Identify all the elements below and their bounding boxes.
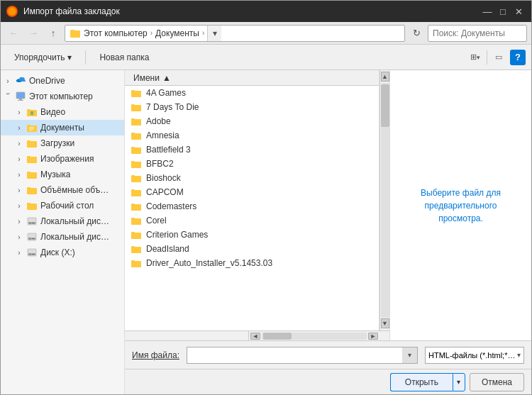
search-input[interactable] <box>433 28 532 38</box>
svg-rect-21 <box>27 187 31 189</box>
scroll-up-button[interactable]: ▲ <box>381 72 389 82</box>
filename-dropdown-button[interactable]: ▾ <box>402 347 418 364</box>
breadcrumb-arrow-2: › <box>202 29 204 37</box>
nav-bar: ← → ↑ Этот компьютер › Документы › ▾ ↻ 🔍 <box>1 22 531 45</box>
file-item-3[interactable]: Amnesia <box>125 128 379 143</box>
svg-rect-3 <box>17 93 24 98</box>
minimize-button[interactable]: — <box>480 4 494 18</box>
folder-icon-1 <box>131 101 142 113</box>
filename-label: Имя файла: <box>132 350 179 360</box>
sidebar-item-downloads[interactable]: › Загрузки <box>1 135 124 151</box>
expand-arrow-music: › <box>15 171 23 179</box>
scroll-left-button[interactable]: ◄ <box>250 333 260 340</box>
file-item-5[interactable]: BFBC2 <box>125 157 379 171</box>
sidebar-item-music[interactable]: › Музыка <box>1 167 124 182</box>
file-item-6[interactable]: Bioshock <box>125 171 379 185</box>
address-bar: Этот компьютер › Документы › ▾ <box>65 25 405 42</box>
toolbar-separator-2 <box>487 50 487 65</box>
cancel-button[interactable]: Отмена <box>470 373 524 391</box>
sidebar-item-drive-x[interactable]: › Диск (X:) <box>1 245 124 260</box>
file-item-1[interactable]: 7 Days To Die <box>125 100 379 114</box>
preview-pane: Выберите файл для предварительного просм… <box>389 70 531 340</box>
file-list-scroll-area: Имени ▲ 4A Games <box>125 70 389 330</box>
back-button[interactable]: ← <box>5 25 22 42</box>
breadcrumb-item-documents[interactable]: Документы <box>155 28 199 38</box>
filetype-arrow-icon: ▾ <box>517 351 521 359</box>
up-button[interactable]: ↑ <box>45 25 62 42</box>
file-item-4[interactable]: Battlefield 3 <box>125 143 379 157</box>
sidebar-item-onedrive[interactable]: › OneDrive <box>1 73 124 89</box>
svg-rect-10 <box>27 125 31 127</box>
sidebar-label-desktop: Рабочий стол <box>40 201 94 211</box>
sidebar-item-documents[interactable]: › Документы <box>1 120 124 135</box>
expand-arrow-computer: › <box>4 92 12 101</box>
forward-button[interactable]: → <box>25 25 42 42</box>
refresh-button[interactable]: ↻ <box>408 25 425 42</box>
file-item-8[interactable]: Codemasters <box>125 199 379 213</box>
layout-button[interactable]: ▭ <box>490 49 507 66</box>
svg-rect-15 <box>27 140 31 143</box>
file-name-4: Battlefield 3 <box>146 145 191 155</box>
drive-c-icon <box>26 216 38 227</box>
sidebar-item-3d[interactable]: › Объёмные объ… <box>1 182 124 198</box>
open-button[interactable]: Открыть <box>390 373 453 391</box>
view-options-button[interactable]: ⊞ ▾ <box>467 49 484 66</box>
organize-button[interactable]: Упорядочить ▾ <box>6 48 79 67</box>
file-item-2[interactable]: Adobe <box>125 114 379 128</box>
sidebar-item-images[interactable]: › Изображения <box>1 151 124 167</box>
filename-input[interactable] <box>187 347 418 364</box>
scroll-thumb[interactable] <box>381 84 389 127</box>
svg-rect-4 <box>19 99 22 100</box>
file-list-header: Имени ▲ <box>125 70 379 86</box>
sidebar-item-computer[interactable]: › Этот компьютер <box>1 89 124 104</box>
file-name-6: Bioshock <box>146 173 181 183</box>
file-item-0[interactable]: 4A Games <box>125 86 379 100</box>
maximize-button[interactable]: □ <box>496 4 510 18</box>
address-dropdown-button[interactable]: ▾ <box>207 26 221 41</box>
sidebar-label-onedrive: OneDrive <box>29 76 65 86</box>
folder-icon-8 <box>131 201 142 212</box>
file-item-9[interactable]: Corel <box>125 213 379 228</box>
sidebar-label-3d: Объёмные объ… <box>40 185 109 195</box>
layout-icon: ▭ <box>495 52 502 62</box>
svg-rect-37 <box>131 90 135 92</box>
svg-rect-23 <box>27 203 31 205</box>
file-item-10[interactable]: Criterion Games <box>125 228 379 242</box>
3d-folder-icon <box>26 184 38 196</box>
folder-icon-11 <box>131 243 142 255</box>
view-arrow-icon: ▾ <box>477 54 480 61</box>
sidebar-item-video[interactable]: › Видео <box>1 104 124 120</box>
new-folder-button[interactable]: Новая папка <box>92 48 157 67</box>
scroll-right-button[interactable]: ► <box>368 333 378 340</box>
filetype-select[interactable]: HTML-файлы (*.html;*.htm;*.s ▾ <box>425 347 524 364</box>
close-button[interactable]: ✕ <box>511 4 526 18</box>
svg-rect-61 <box>131 260 135 262</box>
horizontal-scrollbar[interactable]: ◄ ► <box>249 330 379 340</box>
help-button[interactable]: ? <box>510 50 526 65</box>
sidebar-item-desktop[interactable]: › Рабочий стол <box>1 198 124 213</box>
sidebar-item-drive-c[interactable]: › Локальный дис… <box>1 213 124 229</box>
desktop-folder-icon <box>26 200 38 211</box>
file-item-11[interactable]: DeadIsland <box>125 242 379 256</box>
scroll-down-button[interactable]: ▼ <box>381 318 389 328</box>
sidebar-label-downloads: Загрузки <box>40 138 74 148</box>
sidebar-item-drive-d[interactable]: › Локальный дис… <box>1 229 124 245</box>
search-box[interactable]: 🔍 <box>428 25 527 42</box>
firefox-icon <box>6 6 18 17</box>
vertical-scrollbar[interactable]: ▲ ▼ <box>379 70 389 330</box>
file-item-12[interactable]: Driver_Auto_Installer_v5.1453.03 <box>125 256 379 270</box>
file-name-1: 7 Days To Die <box>146 102 199 112</box>
new-folder-label: Новая папка <box>99 52 149 62</box>
expand-arrow-drive-d: › <box>15 233 23 241</box>
bottom-bar: Имя файла: ▾ HTML-файлы (*.html;*.htm;*.… <box>125 340 531 369</box>
svg-rect-7 <box>27 109 31 111</box>
open-dropdown-button[interactable]: ▾ <box>453 373 465 391</box>
breadcrumb-item-computer[interactable]: Этот компьютер <box>84 28 148 38</box>
file-item-7[interactable]: CAPCOM <box>125 185 379 199</box>
file-name-2: Adobe <box>146 116 171 126</box>
file-list-container: Имени ▲ 4A Games <box>125 70 389 340</box>
hscroll-thumb[interactable] <box>263 333 292 340</box>
view-icon: ⊞ <box>470 52 477 62</box>
svg-rect-49 <box>131 175 135 177</box>
svg-point-30 <box>29 238 31 240</box>
